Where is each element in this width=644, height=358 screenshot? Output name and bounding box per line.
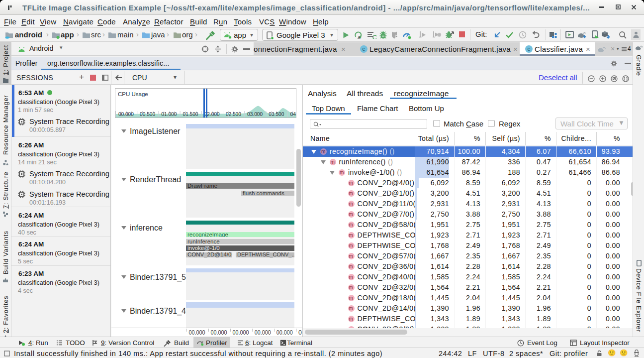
svg-text:03.500: 03.500 [269,111,284,117]
svg-text:0: 0 [298,329,302,336]
svg-text:00.000: 00.000 [211,329,227,336]
svg-text:02.500: 02.500 [226,111,241,117]
svg-text:00.000: 00.000 [233,329,249,336]
svg-text:00.000: 00.000 [255,329,271,336]
svg-text:01.000: 01.000 [161,111,177,117]
svg-text:00.000: 00.000 [118,111,134,117]
svg-text:03.000: 03.000 [247,111,263,117]
svg-text:00.500: 00.500 [140,111,155,117]
svg-text:04.0: 04.0 [290,111,296,117]
svg-text:A: A [358,35,361,39]
svg-text:00.000: 00.000 [188,329,205,336]
svg-text:00.000: 00.000 [276,329,293,336]
svg-text:01.500: 01.500 [183,111,198,117]
